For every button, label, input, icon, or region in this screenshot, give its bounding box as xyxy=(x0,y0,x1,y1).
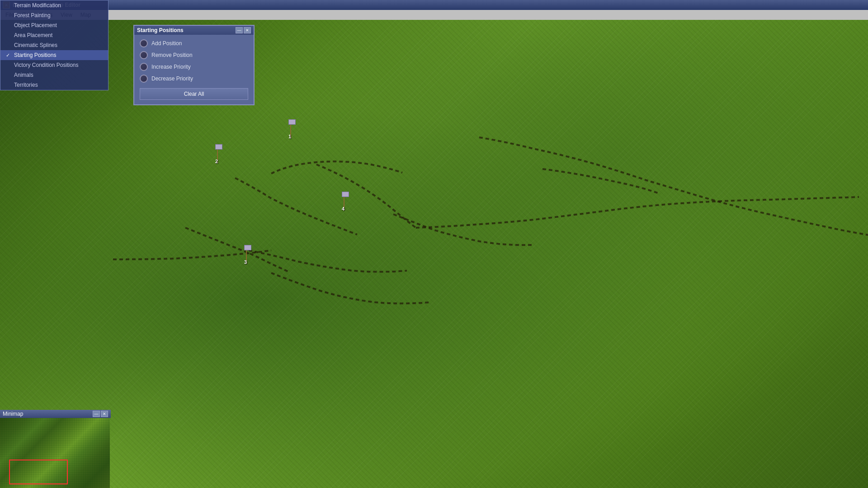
flag-number-2: 2 xyxy=(215,159,218,164)
sidebar-label-forest-painting: Forest Painting xyxy=(14,12,51,19)
sidebar-label-object-placement: Object Placement xyxy=(14,22,57,28)
flag-number-3: 3 xyxy=(244,259,247,265)
increase-priority-radio[interactable] xyxy=(140,63,148,71)
add-position-option[interactable]: Add Position xyxy=(140,39,248,47)
dialog-controls: — ✕ xyxy=(236,27,251,33)
clear-all-button[interactable]: Clear All xyxy=(140,88,248,100)
sidebar-item-victory-condition-positions[interactable]: Victory Condition Positions xyxy=(0,60,108,70)
map-paths xyxy=(0,20,868,488)
flag-cloth-3 xyxy=(244,245,251,250)
sidebar-label-animals: Animals xyxy=(14,72,33,78)
sidebar-item-object-placement[interactable]: Object Placement xyxy=(0,20,108,30)
minimap-controls: — ✕ xyxy=(93,411,108,417)
decrease-priority-radio[interactable] xyxy=(140,75,148,83)
flag-number-4: 4 xyxy=(342,206,344,211)
dialog-content: Add Position Remove Position Increase Pr… xyxy=(134,35,254,104)
flag-marker-4: 4 xyxy=(342,192,349,211)
sidebar-label-area-placement: Area Placement xyxy=(14,32,52,38)
decrease-priority-option[interactable]: Decrease Priority xyxy=(140,75,248,83)
minimap-minimize-button[interactable]: — xyxy=(93,411,100,417)
flag-cloth-1 xyxy=(288,119,296,125)
minimap-canvas[interactable] xyxy=(0,418,110,488)
increase-priority-option[interactable]: Increase Priority xyxy=(140,63,248,71)
flag-marker-1: 1 xyxy=(288,119,296,138)
sidebar: Terrain Modification Forest Painting Obj… xyxy=(0,0,108,90)
dialog-titlebar: Starting Positions — ✕ xyxy=(134,26,254,35)
starting-positions-dialog: Starting Positions — ✕ Add Position Remo… xyxy=(133,25,255,105)
sidebar-label-victory-condition-positions: Victory Condition Positions xyxy=(14,62,79,68)
sidebar-item-area-placement[interactable]: Area Placement xyxy=(0,30,108,40)
dialog-close-button[interactable]: ✕ xyxy=(244,27,251,33)
sidebar-item-forest-painting[interactable]: Forest Painting xyxy=(0,10,108,20)
sidebar-item-animals[interactable]: Animals xyxy=(0,70,108,80)
sidebar-label-cinematic-splines: Cinematic Splines xyxy=(14,42,57,48)
minimap-panel: Minimap — ✕ xyxy=(0,410,111,488)
sidebar-label-starting-positions: Starting Positions xyxy=(14,52,56,58)
add-position-radio[interactable] xyxy=(140,39,148,47)
remove-position-label: Remove Position xyxy=(151,52,193,58)
dialog-minimize-button[interactable]: — xyxy=(236,27,243,33)
sidebar-item-territories[interactable]: Territories xyxy=(0,80,108,90)
flag-cloth-2 xyxy=(215,144,222,150)
sidebar-label-terrain-modification: Terrain Modification xyxy=(14,2,61,9)
remove-position-radio[interactable] xyxy=(140,51,148,59)
minimap-close-button[interactable]: ✕ xyxy=(101,411,108,417)
increase-priority-label: Increase Priority xyxy=(151,64,191,70)
sidebar-item-terrain-modification[interactable]: Terrain Modification xyxy=(0,0,108,10)
add-position-label: Add Position xyxy=(151,40,182,47)
minimap-viewport xyxy=(9,460,68,484)
sidebar-label-territories: Territories xyxy=(14,82,38,88)
sidebar-item-starting-positions[interactable]: Starting Positions xyxy=(0,50,108,60)
remove-position-option[interactable]: Remove Position xyxy=(140,51,248,59)
minimap-titlebar: Minimap — ✕ xyxy=(0,410,111,418)
sidebar-item-cinematic-splines[interactable]: Cinematic Splines xyxy=(0,40,108,50)
map-area[interactable]: 1 2 3 4 xyxy=(0,20,868,488)
menubar: File Edit Tools View Map xyxy=(0,10,868,20)
minimap-title: Minimap xyxy=(3,411,23,417)
titlebar: ⚔ Empire Earth II Map Editor xyxy=(0,0,868,10)
flag-number-1: 1 xyxy=(288,134,291,139)
flag-marker-2: 2 xyxy=(215,144,222,163)
flag-marker-3: 3 xyxy=(244,245,251,264)
decrease-priority-label: Decrease Priority xyxy=(151,75,193,82)
flag-cloth-4 xyxy=(342,192,349,197)
dialog-title: Starting Positions xyxy=(137,27,184,33)
